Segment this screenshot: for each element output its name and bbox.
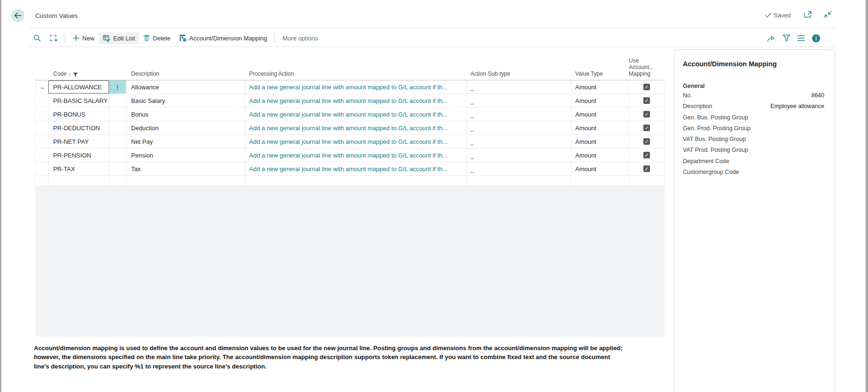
code-cell[interactable]: PR-BONUS [48,108,109,121]
use-account-mapping-checkbox[interactable]: ✓ [643,125,650,131]
action-subtype-cell[interactable]: _ [467,135,571,148]
processing-action-link[interactable]: Add a new general journal line with amou… [245,94,467,107]
use-mapping-header-line: Account... [629,64,654,71]
analyze-button[interactable] [45,32,62,44]
delete-button-label: Delete [153,35,171,42]
description-cell[interactable]: Allowance [126,80,245,94]
row-selector-cell[interactable] [35,162,48,175]
processing-action-link[interactable]: Add a new general journal line with amou… [245,121,467,134]
more-options-button[interactable]: More options [278,32,322,44]
code-cell[interactable]: PR-TAX [48,162,109,175]
table-row[interactable]: PR-TAX Tax Add a new general journal lin… [35,162,665,176]
value-type-cell[interactable]: Amount [571,121,629,134]
window-left-edge [0,0,1,392]
description-cell[interactable]: Basic Salary [126,94,245,107]
processing-action-link[interactable]: Add a new general journal line with amou… [245,162,467,175]
description-cell[interactable]: Bonus [126,108,245,121]
factbox-field-row: VAT Bus. Posting Group [683,136,824,147]
value-type-cell[interactable]: Amount [571,80,629,94]
open-in-new-window-icon[interactable] [804,11,812,18]
row-selector-cell[interactable]: → [35,80,48,94]
code-cell[interactable]: PR-DEDUCTION [48,121,109,134]
table-row[interactable]: PR-PENSION Pension Add a new general jou… [35,149,665,162]
processing-action-link[interactable]: Add a new general journal line with amou… [245,135,467,148]
action-subtype-cell[interactable]: _ [467,94,571,107]
table-row[interactable]: → PR-ALLOWANCE ⋮ Allowance Add a new gen… [35,80,665,94]
share-icon[interactable] [767,34,776,42]
table-body: → PR-ALLOWANCE ⋮ Allowance Add a new gen… [35,80,665,189]
table-row[interactable]: PR-DEDUCTION Deduction Add a new general… [35,121,665,135]
use-account-mapping-checkbox[interactable]: ✓ [643,111,650,118]
value-type-cell[interactable]: Amount [571,108,629,121]
row-selector-cell[interactable] [35,94,48,107]
row-options-cell[interactable] [109,121,126,134]
use-account-mapping-checkbox[interactable]: ✓ [643,138,650,145]
search-button[interactable] [29,32,45,44]
factbox-field-row: Department Code [683,158,824,169]
row-options-cell[interactable] [109,108,126,121]
list-view-icon[interactable] [797,35,805,41]
use-mapping-cell: ✓ [629,108,665,121]
new-button[interactable]: New [69,32,99,44]
table-row[interactable]: PR-BONUS Bonus Add a new general journal… [35,108,665,121]
use-account-mapping-checkbox[interactable]: ✓ [643,84,650,90]
row-options-cell[interactable] [109,162,126,175]
description-cell[interactable]: Tax [126,162,245,175]
table-row[interactable]: PR-NET PAY Net Pay Add a new general jou… [35,135,665,149]
row-selector-cell[interactable] [35,135,48,148]
value-type-cell[interactable]: Amount [571,149,629,162]
column-header-code[interactable]: Code ↑ [48,71,109,80]
code-cell[interactable]: PR-BASIC SALARY [48,94,109,107]
edit-list-button[interactable]: Edit List [99,32,139,44]
column-header-processing-action[interactable]: Processing Action [245,71,467,80]
action-subtype-cell[interactable]: _ [467,149,571,162]
processing-action-link[interactable]: Add a new general journal line with amou… [245,80,467,94]
code-cell[interactable]: PR-ALLOWANCE [48,80,109,94]
code-cell[interactable]: PR-NET PAY [48,135,109,148]
window-scrollbar[interactable] [866,0,868,392]
use-account-mapping-checkbox[interactable]: ✓ [643,165,650,172]
column-header-use-account-mapping[interactable]: Use Account... Mapping [629,57,665,80]
action-subtype-cell[interactable]: _ [467,80,571,94]
description-cell[interactable]: Net Pay [126,135,245,148]
row-options-cell[interactable] [109,149,126,162]
row-selector-cell[interactable] [35,149,48,162]
factbox-section-general[interactable]: General [683,83,824,89]
table-row[interactable]: PR-BASIC SALARY Basic Salary Add a new g… [35,94,665,108]
info-icon[interactable] [812,34,821,43]
code-cell[interactable]: PR-PENSION [48,149,109,162]
collapse-window-icon[interactable] [823,11,832,18]
account-dimension-mapping-button[interactable]: Account/Dimension Mapping [175,32,271,44]
row-options-cell[interactable] [109,135,126,148]
action-subtype-cell[interactable]: _ [467,121,571,134]
value-type-cell[interactable]: Amount [571,135,629,148]
processing-action-link[interactable]: Add a new general journal line with amou… [245,108,467,121]
use-mapping-cell: ✓ [629,94,665,107]
use-account-mapping-checkbox[interactable]: ✓ [643,97,650,104]
action-subtype-cell[interactable]: _ [467,108,571,121]
row-selector-cell[interactable] [35,121,48,134]
back-button[interactable] [11,9,24,22]
use-account-mapping-checkbox[interactable]: ✓ [643,152,650,158]
row-options-cell[interactable] [109,94,126,107]
value-type-cell[interactable]: Amount [571,94,629,107]
account-dimension-mapping-label: Account/Dimension Mapping [189,35,267,42]
factbox-field-value[interactable]: Employee allowance [770,103,824,110]
back-arrow-icon [14,12,22,19]
row-selector-cell[interactable] [35,108,48,121]
description-cell[interactable]: Deduction [126,121,245,134]
column-header-action-subtype[interactable]: Action Sub-type [467,71,571,80]
row-options-cell[interactable]: ⋮ [109,80,126,94]
factbox-field-value[interactable]: 8640 [811,92,824,99]
column-header-value-type[interactable]: Value Type [571,71,629,80]
action-subtype-cell[interactable]: _ [467,162,571,175]
search-icon [33,34,41,42]
delete-button[interactable]: Delete [139,32,175,44]
edit-list-button-label: Edit List [113,35,135,42]
description-cell[interactable]: Pension [126,149,245,162]
processing-action-link[interactable]: Add a new general journal line with amou… [245,149,467,162]
plus-icon [73,35,79,41]
value-type-cell[interactable]: Amount [571,162,629,175]
column-header-description[interactable]: Description [126,71,245,80]
filter-icon[interactable] [782,34,790,42]
